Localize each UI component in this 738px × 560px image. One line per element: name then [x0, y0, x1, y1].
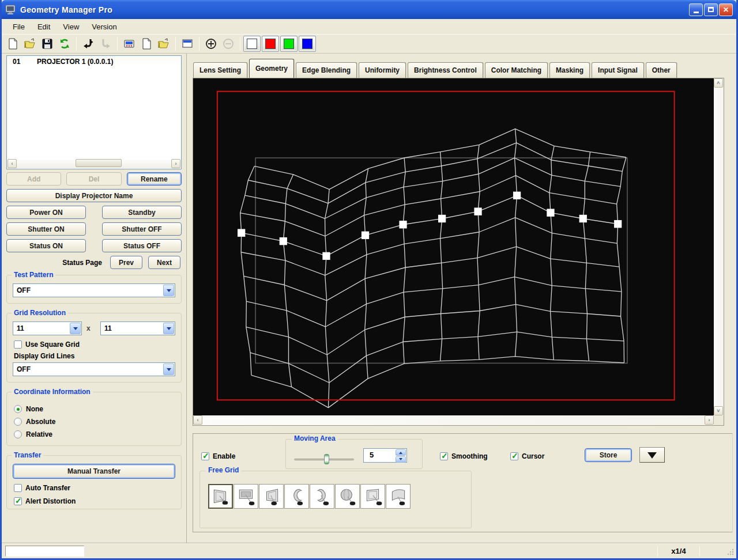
coordinate-none-radio[interactable] — [14, 405, 22, 413]
auto-transfer-checkbox[interactable]: ✓ — [14, 484, 22, 492]
grid-handle[interactable] — [579, 215, 587, 222]
scroll-right-icon[interactable]: › — [171, 159, 180, 168]
display-grid-lines-select[interactable]: OFF — [13, 362, 175, 376]
free-grid-screen-tilt-right-button[interactable] — [208, 484, 233, 509]
free-grid-sphere-button[interactable] — [335, 484, 360, 509]
maximize-button[interactable] — [704, 3, 718, 16]
free-grid-cylinder-convex-button[interactable] — [310, 484, 334, 509]
toolbar-separator — [175, 37, 176, 51]
use-square-grid-label: Use Square Grid — [25, 340, 80, 349]
manual-transfer-button[interactable]: Manual Transfer — [13, 464, 175, 479]
open-folder-icon[interactable] — [155, 36, 172, 52]
chevron-down-icon[interactable] — [163, 285, 174, 296]
use-square-grid-checkbox[interactable]: ✓ — [14, 340, 22, 349]
color-white-button[interactable] — [243, 36, 261, 52]
status-panel-icon[interactable] — [121, 36, 138, 52]
new-page-icon[interactable] — [138, 36, 155, 52]
window-view-icon[interactable] — [179, 36, 196, 52]
menu-edit[interactable]: Edit — [31, 21, 57, 33]
open-file-icon[interactable] — [21, 36, 39, 52]
display-projector-name-button[interactable]: Display Projector Name — [6, 189, 182, 202]
shutter-off-button[interactable]: Shutter OFF — [102, 222, 182, 236]
grid-handle[interactable] — [474, 207, 481, 215]
scroll-thumb[interactable] — [76, 159, 122, 167]
canvas-hscrollbar[interactable]: ‹ › — [193, 415, 714, 425]
alert-distortion-checkbox[interactable]: ✓ — [14, 497, 22, 505]
power-on-button[interactable]: Power ON — [6, 206, 86, 219]
color-green-button[interactable] — [280, 36, 298, 52]
save-icon[interactable] — [39, 36, 56, 52]
undo-icon[interactable] — [80, 36, 97, 52]
color-blue-button[interactable] — [299, 36, 316, 52]
tab-lens-setting[interactable]: Lens Setting — [193, 62, 247, 78]
menu-file[interactable]: File — [6, 21, 31, 33]
grid-handle[interactable] — [322, 252, 330, 260]
grid-columns-select[interactable]: 11 — [13, 321, 82, 335]
color-red-button[interactable] — [262, 36, 279, 52]
geometry-canvas[interactable] — [193, 78, 714, 415]
moving-area-slider[interactable] — [294, 453, 354, 465]
scroll-left-icon[interactable]: ‹ — [7, 159, 17, 168]
free-grid-screen-angled-button[interactable] — [360, 484, 385, 509]
new-file-icon[interactable] — [4, 36, 21, 52]
resize-grip[interactable] — [725, 547, 735, 556]
chevron-down-icon[interactable] — [163, 323, 174, 334]
chevron-down-icon[interactable] — [70, 323, 81, 334]
scroll-left-icon[interactable]: ‹ — [193, 415, 202, 425]
minimize-button[interactable] — [689, 3, 703, 16]
grid-handle[interactable] — [238, 229, 245, 236]
free-grid-screen-tilt-left-button[interactable] — [259, 484, 284, 509]
grid-handle[interactable] — [399, 221, 406, 228]
menu-view[interactable]: View — [57, 21, 85, 33]
tab-edge-blending[interactable]: Edge Blending — [296, 62, 357, 78]
cursor-checkbox[interactable]: ✓ — [510, 452, 518, 460]
spinner-up-icon[interactable] — [396, 449, 406, 456]
scroll-down-icon[interactable]: ˅ — [714, 406, 723, 415]
moving-area-spinner[interactable]: 5 — [363, 448, 407, 463]
menu-version[interactable]: Version — [85, 21, 123, 33]
store-dropdown-button[interactable] — [639, 447, 665, 463]
projector-list-hscrollbar[interactable]: ‹ › — [7, 159, 180, 168]
status-off-button[interactable]: Status OFF — [102, 239, 182, 252]
tab-geometry[interactable]: Geometry — [249, 59, 294, 78]
slider-thumb[interactable] — [324, 454, 329, 464]
projector-list-item[interactable]: 01 PROJECTOR 1 (0.0.0.1) — [7, 56, 181, 67]
projector-list[interactable]: 01 PROJECTOR 1 (0.0.0.1) ‹ › — [6, 55, 182, 169]
status-page-prev-button[interactable]: Prev — [110, 256, 142, 269]
grid-handle[interactable] — [614, 220, 622, 228]
tab-input-signal[interactable]: Input Signal — [592, 62, 644, 78]
free-grid-cylinder-concave-button[interactable] — [284, 484, 309, 509]
status-page-next-button[interactable]: Next — [148, 256, 180, 269]
smoothing-checkbox[interactable]: ✓ — [440, 452, 448, 460]
scroll-right-icon[interactable]: › — [705, 415, 714, 425]
close-button[interactable]: ✕ — [719, 3, 733, 16]
coordinate-absolute-radio[interactable] — [14, 418, 22, 426]
coordinate-relative-radio[interactable] — [14, 430, 22, 438]
shutter-on-button[interactable]: Shutter ON — [6, 222, 86, 236]
enable-checkbox[interactable]: ✓ — [201, 452, 209, 460]
test-pattern-select[interactable]: OFF — [13, 283, 175, 297]
spinner-down-icon[interactable] — [396, 456, 406, 463]
tab-other[interactable]: Other — [646, 62, 677, 78]
standby-button[interactable]: Standby — [102, 206, 182, 219]
rename-button[interactable]: Rename — [127, 172, 182, 186]
tab-masking[interactable]: Masking — [549, 62, 590, 78]
free-grid-screen-front-button[interactable] — [234, 484, 258, 509]
tab-uniformity[interactable]: Uniformity — [359, 62, 406, 78]
scroll-up-icon[interactable]: ˄ — [714, 78, 723, 88]
grid-handle[interactable] — [362, 232, 369, 239]
grid-handle[interactable] — [547, 209, 554, 216]
status-on-button[interactable]: Status ON — [6, 239, 86, 252]
refresh-icon[interactable] — [56, 36, 73, 52]
tab-color-matching[interactable]: Color Matching — [485, 62, 548, 78]
grid-rows-select[interactable]: 11 — [100, 321, 175, 335]
free-grid-screen-curved-button[interactable] — [386, 484, 411, 509]
zoom-in-icon[interactable] — [202, 36, 220, 52]
canvas-vscrollbar[interactable]: ˄ ˅ — [714, 78, 724, 415]
grid-handle[interactable] — [280, 237, 287, 245]
store-button[interactable]: Store — [585, 448, 632, 462]
tab-brightness-control[interactable]: Brightness Control — [408, 62, 483, 78]
grid-handle[interactable] — [438, 215, 446, 222]
chevron-down-icon[interactable] — [163, 364, 174, 375]
grid-handle[interactable] — [513, 192, 521, 199]
